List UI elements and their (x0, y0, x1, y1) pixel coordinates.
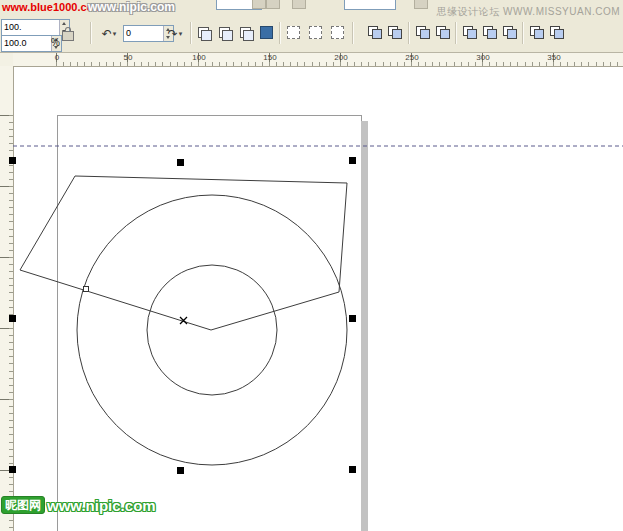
ruler-tick-label: 50 (124, 53, 133, 62)
rotation-angle-value: 0 (126, 28, 131, 38)
nipic-url: www.nipic.com (47, 497, 156, 514)
toolbar-separator (522, 22, 524, 44)
toolbar-separator (190, 22, 192, 44)
lock-ratio-icon[interactable] (62, 31, 74, 41)
scale-horizontal-field[interactable]: 100. (1, 19, 70, 36)
toolbar-separator (455, 22, 457, 44)
snap-to-grid-icon[interactable] (329, 24, 347, 41)
horizontal-ruler[interactable]: 0 50 100 150 200 250 300 350 (13, 52, 623, 67)
toolbar-separator (279, 22, 281, 44)
watermark-nipic-bottom: 昵图网 www.nipic.com (1, 496, 156, 514)
toolbar-separator (90, 22, 92, 44)
order-front-icon[interactable] (528, 24, 546, 41)
ruler-minor-ticks (56, 62, 623, 66)
ruler-corner[interactable] (0, 52, 14, 67)
chevron-down-icon: ▾ (179, 30, 183, 38)
cropped-toolbar-icon[interactable] (292, 0, 306, 9)
percent-label: % (51, 37, 60, 48)
toolbar-separator (408, 22, 410, 44)
ruler-tick-label: 350 (547, 53, 560, 62)
app-window: 100. 100.0 % ↶ ▾ 0 ↷ ▾ (0, 0, 623, 531)
shaping-trim-icon[interactable] (386, 24, 404, 41)
ruler-tick-label: 250 (405, 53, 418, 62)
shaping-weld-icon[interactable] (366, 24, 384, 41)
mirror-horizontal-icon[interactable] (195, 24, 213, 41)
snap-to-guideline-icon[interactable] (307, 24, 325, 41)
shaping-intersect-icon[interactable] (414, 24, 432, 41)
ruler-tick-label: 100 (192, 53, 205, 62)
order-back-icon[interactable] (548, 24, 566, 41)
chevron-down-icon: ▾ (113, 30, 117, 38)
redo-icon: ↷ (168, 27, 178, 41)
mirror-vertical-icon[interactable] (216, 24, 234, 41)
fill-color-icon[interactable] (257, 24, 275, 41)
redo-button[interactable]: ↷ ▾ (162, 23, 188, 44)
ruler-tick-label: 200 (334, 53, 347, 62)
undo-icon: ↶ (102, 27, 112, 41)
guideline-style-icon[interactable] (285, 24, 303, 41)
watermark-missyuan: 思缘设计论坛 WWW.MISSYUAN.COM (437, 5, 620, 19)
ruler-tick-label: 0 (55, 53, 59, 62)
undo-button[interactable]: ↶ ▾ (96, 23, 122, 44)
ungroup-icon[interactable] (501, 24, 519, 41)
cropped-dropdown[interactable] (344, 0, 396, 10)
cropped-toolbar-icon[interactable] (266, 0, 280, 9)
nipic-badge: 昵图网 (1, 496, 45, 514)
group-icon[interactable] (481, 24, 499, 41)
vertical-ruler[interactable] (0, 66, 14, 531)
cropped-toolbar-icon[interactable] (414, 0, 428, 9)
combine-icon[interactable] (461, 24, 479, 41)
watermark-nipic-top: www.nipic.com (88, 0, 175, 14)
object-position-icon[interactable] (237, 24, 255, 41)
scale-horizontal-value: 100. (4, 22, 22, 32)
drawing-page[interactable] (57, 115, 362, 531)
ruler-minor-ticks (9, 115, 13, 531)
scale-vertical-value: 100.0 (4, 38, 27, 48)
shaping-simplify-icon[interactable] (434, 24, 452, 41)
page-shadow (361, 121, 368, 531)
ruler-tick-label: 300 (476, 53, 489, 62)
cropped-toolbar-icon[interactable] (252, 0, 266, 9)
toolbar-separator (352, 22, 354, 44)
ruler-tick-label: 150 (263, 53, 276, 62)
